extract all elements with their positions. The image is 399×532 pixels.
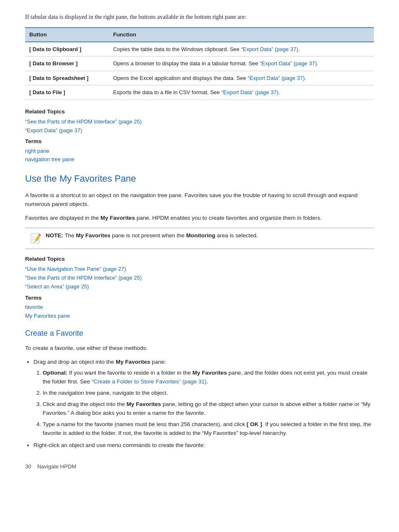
related-link-1-0[interactable]: “See the Parts of the HPDM Interface” (p… — [25, 118, 374, 126]
list-item-drag: Drag and drop an object into the My Favo… — [33, 358, 374, 437]
related-link-1-1[interactable]: “Export Data” (page 37) — [25, 126, 374, 135]
function-cell: Opens the Excel application and displays… — [109, 71, 374, 85]
drag-steps-list: Optional: If you want the favorite to re… — [33, 369, 374, 437]
terms-title-1: Terms — [25, 137, 374, 146]
term-link-2-1[interactable]: My Favorites pane — [25, 312, 374, 321]
export-data-link-2[interactable]: “Export Data” (page 37) — [260, 60, 317, 67]
intro-text: If tabular data is displayed in the righ… — [25, 14, 246, 20]
terms-title-2: Terms — [25, 294, 374, 302]
term-link-1-0[interactable]: right pane — [25, 147, 374, 156]
favorites-para-2: Favorites are displayed in the My Favori… — [25, 214, 374, 223]
related-link-2-1[interactable]: “See the Parts of the HPDM Interface” (p… — [25, 274, 374, 283]
list-item: In the navigation tree pane, navigate to… — [43, 389, 374, 398]
page-number: 30 — [25, 463, 31, 470]
button-cell: [ Data to Clipboard ] — [25, 42, 109, 57]
create-folder-link-1[interactable]: “Create a Folder to Store Favorites” (pa… — [92, 378, 207, 385]
table-row: [ Data to Clipboard ] Copies the table d… — [25, 42, 374, 57]
note-box: 📝 NOTE: The My Favorites pane is not pre… — [25, 228, 374, 249]
create-favorite-list: Drag and drop an object into the My Favo… — [25, 358, 374, 450]
intro-paragraph: If tabular data is displayed in the righ… — [25, 13, 374, 21]
export-data-link-1[interactable]: “Export Data” (page 37) — [241, 46, 298, 52]
note-text: NOTE: The My Favorites pane is not prese… — [46, 231, 258, 240]
table-header-row: Button Function — [25, 28, 374, 42]
table-row: [ Data to Browser ] Opens a browser to d… — [25, 57, 374, 71]
term-link-1-1[interactable]: navigation tree pane — [25, 155, 374, 164]
favorites-para-1: A favorite is a shortcut to an object on… — [25, 191, 374, 209]
button-cell: [ Data to File ] — [25, 85, 109, 100]
note-icon: 📝 — [30, 231, 41, 245]
page-footer: 30 Navigate HPDM — [25, 463, 374, 471]
col-button: Button — [25, 28, 109, 42]
button-cell: [ Data to Spreadsheet ] — [25, 71, 109, 85]
related-topics-title-1: Related Topics — [25, 108, 374, 116]
create-favorite-heading: Create a Favorite — [25, 328, 374, 339]
col-function: Function — [109, 28, 374, 42]
related-topics-title-2: Related Topics — [25, 255, 374, 263]
list-item: Click and drag the object into the My Fa… — [43, 400, 374, 418]
list-item: Type a name for the favorite (names must… — [43, 420, 374, 438]
export-data-link-3[interactable]: “Export Data” (page 37) — [248, 75, 305, 81]
table-row: [ Data to Spreadsheet ] Opens the Excel … — [25, 71, 374, 85]
term-link-2-0[interactable]: favorite — [25, 303, 374, 312]
related-topics-section-2: Related Topics “Use the Navigation Tree … — [25, 255, 374, 320]
button-cell: [ Data to Browser ] — [25, 57, 109, 71]
page-title: Navigate HPDM — [37, 463, 76, 470]
table-row: [ Data to File ] Exports the data to a f… — [25, 85, 374, 100]
function-cell: Opens a browser to display the data in a… — [109, 57, 374, 71]
related-topics-section-1: Related Topics “See the Parts of the HPD… — [25, 108, 374, 164]
list-item: Optional: If you want the favorite to re… — [43, 369, 374, 386]
favorites-pane-heading: Use the My Favorites Pane — [25, 172, 374, 185]
buttons-table: Button Function [ Data to Clipboard ] Co… — [25, 27, 374, 100]
list-item-rightclick: Right-click an object and use menu comma… — [33, 441, 374, 450]
function-cell: Copies the table data to the Windows cli… — [109, 42, 374, 57]
related-link-2-2[interactable]: “Select an Area” (page 25) — [25, 283, 374, 291]
export-data-link-4[interactable]: “Export Data” (page 37) — [221, 89, 279, 95]
function-cell: Exports the data to a file in CSV format… — [109, 85, 374, 100]
create-favorite-intro: To create a favorite, use either of thes… — [25, 344, 374, 353]
related-link-2-0[interactable]: “Use the Navigation Tree Pane” (page 27) — [25, 265, 374, 274]
